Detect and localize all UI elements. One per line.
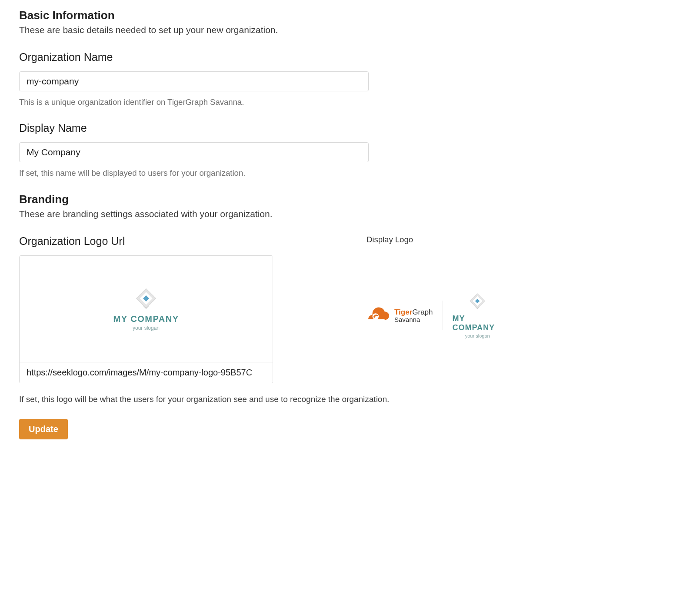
logo-url-help: If set, this logo will be what the users… [19,395,503,404]
display-logo-row: TigerGraph Savanna MY COMPANY your sloga… [367,292,503,338]
logo-url-label: Organization Logo Url [19,235,304,248]
svg-point-4 [373,313,379,319]
org-name-help: This is a unique organization identifier… [19,97,503,107]
branding-desc: These are branding settings associated w… [19,209,503,219]
branding-title: Branding [19,193,503,206]
basic-info-title: Basic Information [19,9,503,22]
basic-info-desc: These are basic details needed to set up… [19,25,503,35]
diamond-icon [135,287,157,310]
cloud-icon [367,307,391,324]
org-name-label: Organization Name [19,51,503,64]
tigergraph-graph: Graph [412,308,433,316]
logo-url-input[interactable] [20,362,273,383]
display-name-help: If set, this name will be displayed to u… [19,168,503,178]
logo-upload-box: MY COMPANY your slogan [19,255,273,383]
display-my-company-slogan: your slogan [465,333,490,338]
logo-preview: MY COMPANY your slogan [20,256,273,362]
mini-divider [443,301,443,330]
tigergraph-tiger: Tiger [394,308,412,316]
update-button[interactable]: Update [19,419,68,439]
diamond-icon [469,292,486,310]
my-company-logo-icon: MY COMPANY your slogan [113,287,179,331]
my-company-name: MY COMPANY [113,314,179,324]
display-name-input[interactable] [19,142,369,162]
org-name-input[interactable] [19,71,369,91]
display-my-company-name: MY COMPANY [452,314,503,332]
my-company-slogan: your slogan [133,325,160,331]
display-name-label: Display Name [19,122,503,134]
tigergraph-savanna: Savanna [394,316,433,323]
display-logo-label: Display Logo [367,235,503,244]
tigergraph-logo-icon: TigerGraph Savanna [367,307,433,324]
display-my-company-logo-icon: MY COMPANY your slogan [452,292,503,338]
